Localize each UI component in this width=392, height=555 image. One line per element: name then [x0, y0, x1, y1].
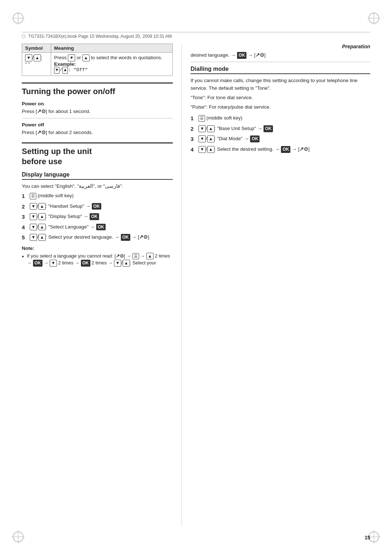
header-text: TG7331-7341BX(e).book Page 15 Wednesday,…	[28, 34, 172, 39]
example-value: ▼/▲: "Off"	[54, 67, 88, 73]
divider-right-1	[191, 62, 370, 62]
symbol-table-row: ▼/▲:" " Press ▼ or ▲ to select the words…	[22, 53, 173, 76]
header-bar: TG7331-7341BX(e).book Page 15 Wednesday,…	[22, 32, 370, 39]
symbol-table: Symbol Meaning ▼/▲:" " Press ▼ or ▲ to s…	[22, 44, 173, 76]
setting-up-section: Setting up the unitbefore use Display la…	[22, 142, 173, 267]
kbd-up: ▲	[82, 54, 90, 61]
menu-icon-1: ☰	[30, 193, 36, 199]
dialling-intro: If you cannot make calls, change this se…	[191, 77, 370, 92]
step-3: 3 ▼/▲: "Display Setup" → OK	[22, 213, 173, 221]
page-number: 15	[364, 535, 370, 540]
power-off-text: Press [↗⊙] for about 2 seconds.	[22, 129, 173, 136]
symbol-cell: ▼/▲:" "	[22, 53, 51, 76]
step-4: 4 ▼/▲: "Select Language" → OK	[22, 223, 173, 232]
kbd-down: ▼	[68, 54, 75, 61]
corner-mark-tr	[367, 11, 381, 25]
page: TG7331-7341BX(e).book Page 15 Wednesday,…	[0, 0, 392, 555]
preparation-label: Preparation	[191, 44, 370, 49]
meaning-col-header: Meaning	[51, 44, 173, 53]
symbol-col-header: Symbol	[22, 44, 51, 53]
tone-desc: "Tone": For tone dial service.	[191, 94, 370, 101]
display-language-heading: Display language	[22, 171, 173, 180]
turning-power-heading: Turning the power on/off	[22, 82, 173, 97]
header-dot	[22, 35, 25, 38]
step-2: 2 ▼/▲: "Handset Setup" → OK	[22, 203, 173, 211]
content-area: Symbol Meaning ▼/▲:" " Press ▼ or ▲ to s…	[22, 44, 370, 526]
desired-language-continuation: desired language. → OK → [↗⊙]	[191, 52, 370, 59]
dial-step-1: 1 ☰ (middle soft key)	[191, 114, 370, 123]
step-1: 1 ☰ (middle soft key)	[22, 192, 173, 200]
display-language-steps: 1 ☰ (middle soft key) 2 ▼/▲: "Handset Se…	[22, 192, 173, 242]
dial-step-2: 2 ▼/▲: "Base Unit Setup" → OK	[191, 125, 370, 133]
kbd-up2: ▲	[62, 67, 68, 74]
example-label: Example:	[54, 61, 76, 67]
power-off-heading: Power off	[22, 122, 173, 127]
setting-up-heading: Setting up the unitbefore use	[22, 142, 173, 167]
note-label: Note:	[22, 246, 173, 251]
turning-power-section: Turning the power on/off Power on Press …	[22, 82, 173, 137]
kbd-down2: ▼	[54, 67, 60, 74]
power-on-text: Press [↗⊙] for about 1 second.	[22, 108, 173, 115]
dialling-steps: 1 ☰ (middle soft key) 2 ▼/▲: "Base Unit …	[191, 114, 370, 154]
down-key: ▼	[25, 54, 32, 61]
dialling-mode-heading: Dialling mode	[191, 66, 370, 74]
corner-mark-bl	[11, 530, 25, 544]
step-5: 5 ▼/▲: Select your desired language. → O…	[22, 234, 173, 242]
note-list: If you select a language you cannot read…	[22, 252, 173, 267]
left-column: Symbol Meaning ▼/▲:" " Press ▼ or ▲ to s…	[22, 44, 181, 526]
right-column: Preparation desired language. → OK → [↗⊙…	[181, 44, 370, 526]
corner-mark-tl	[11, 11, 25, 25]
divider-1	[22, 118, 173, 118]
pulse-desc: "Pulse": For rotary/pulse dial service.	[191, 104, 370, 111]
note-item-1: If you select a language you cannot read…	[22, 252, 173, 267]
display-language-section: Display language You can select "English…	[22, 171, 173, 267]
power-on-heading: Power on	[22, 101, 173, 106]
menu-icon-dial: ☰	[199, 115, 205, 121]
dial-step-4: 4 ▼/▲: Select the desired setting. → OK …	[191, 146, 370, 154]
up-key: ▲	[34, 54, 41, 61]
dial-step-3: 3 ▼/▲: "Dial Mode" → OK	[191, 135, 370, 143]
display-language-intro: You can select "English", "العربية", or …	[22, 183, 173, 190]
dialling-mode-section: Dialling mode If you cannot make calls, …	[191, 66, 370, 154]
meaning-cell: Press ▼ or ▲ to select the words in quot…	[51, 53, 173, 76]
